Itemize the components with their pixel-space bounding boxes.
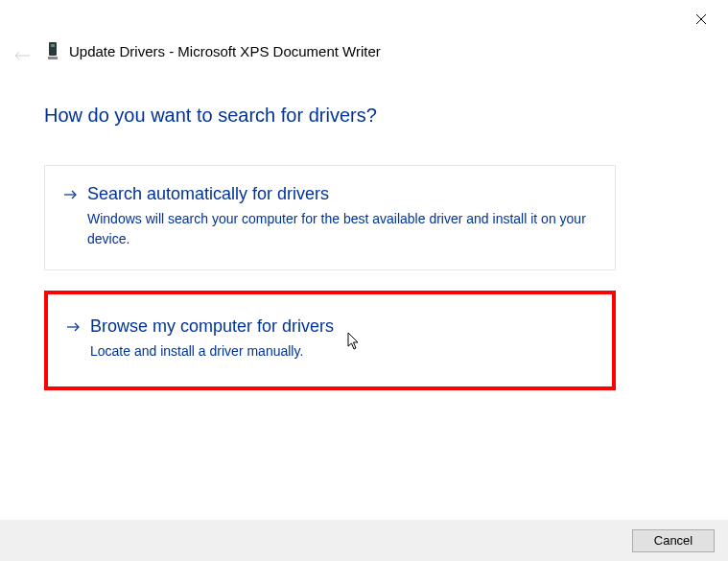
header: Update Drivers - Microsoft XPS Document … bbox=[46, 40, 381, 61]
device-icon bbox=[46, 40, 59, 61]
cancel-button[interactable]: Cancel bbox=[632, 529, 715, 552]
svg-rect-4 bbox=[51, 44, 55, 47]
page-heading: How do you want to search for drivers? bbox=[44, 105, 377, 127]
window-title: Update Drivers - Microsoft XPS Document … bbox=[69, 43, 381, 59]
arrow-right-icon bbox=[67, 318, 81, 336]
option-title: Browse my computer for drivers bbox=[90, 316, 593, 338]
option-description: Windows will search your computer for th… bbox=[87, 209, 596, 248]
close-button[interactable] bbox=[692, 10, 711, 29]
svg-rect-5 bbox=[48, 57, 58, 59]
option-title: Search automatically for drivers bbox=[87, 183, 596, 205]
option-search-automatically[interactable]: Search automatically for drivers Windows… bbox=[44, 165, 616, 270]
arrow-left-icon bbox=[13, 50, 31, 61]
option-description: Locate and install a driver manually. bbox=[90, 341, 593, 361]
back-button[interactable] bbox=[12, 45, 33, 66]
option-browse-computer[interactable]: Browse my computer for drivers Locate an… bbox=[44, 291, 616, 390]
close-icon bbox=[695, 13, 707, 25]
footer: Cancel bbox=[0, 519, 728, 561]
arrow-right-icon bbox=[64, 186, 78, 203]
